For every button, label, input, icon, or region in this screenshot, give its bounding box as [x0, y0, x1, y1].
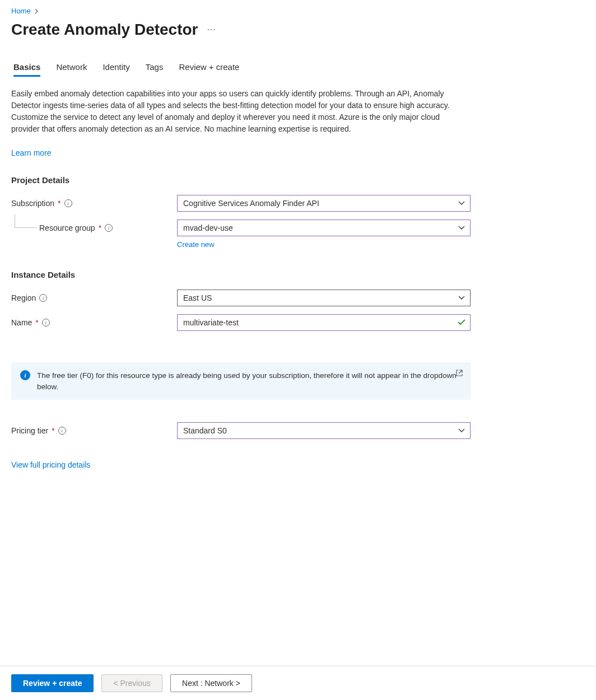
info-icon[interactable]: i — [64, 199, 72, 207]
external-link-icon[interactable] — [456, 369, 463, 378]
instance-details-header: Instance Details — [11, 270, 585, 279]
learn-more-link[interactable]: Learn more — [11, 148, 52, 157]
info-banner-text: The free tier (F0) for this resource typ… — [37, 370, 462, 392]
required-indicator: * — [52, 426, 54, 435]
footer: Review + create < Previous Next : Networ… — [0, 666, 596, 700]
info-icon[interactable]: i — [105, 224, 113, 232]
breadcrumb: Home — [11, 7, 585, 15]
required-indicator: * — [58, 199, 60, 208]
info-banner: i The free tier (F0) for this resource t… — [11, 362, 471, 400]
chevron-right-icon — [34, 8, 39, 15]
description-text: Easily embed anomaly detection capabilit… — [11, 88, 465, 135]
required-indicator: * — [99, 223, 101, 232]
pricing-tier-label: Pricing tier * i — [11, 426, 177, 435]
tab-tags[interactable]: Tags — [146, 59, 164, 77]
name-input-wrapper — [177, 314, 471, 331]
checkmark-icon — [458, 318, 465, 327]
review-create-button[interactable]: Review + create — [11, 674, 94, 692]
name-label: Name * i — [11, 318, 177, 327]
create-new-link[interactable]: Create new — [177, 240, 214, 249]
info-icon[interactable]: i — [39, 294, 47, 302]
name-input[interactable] — [183, 318, 452, 327]
region-select[interactable]: East US — [177, 290, 471, 306]
region-label: Region i — [11, 293, 177, 302]
tab-review[interactable]: Review + create — [179, 59, 239, 77]
breadcrumb-home[interactable]: Home — [11, 7, 31, 15]
tabs: Basics Network Identity Tags Review + cr… — [11, 59, 585, 77]
page-title: Create Anomaly Detector — [11, 21, 198, 39]
tab-network[interactable]: Network — [56, 59, 87, 77]
next-button[interactable]: Next : Network > — [170, 674, 252, 692]
tab-identity[interactable]: Identity — [103, 59, 129, 77]
more-actions-button[interactable]: ··· — [207, 25, 216, 35]
subscription-select[interactable]: Cognitive Services Anomaly Finder API — [177, 195, 471, 212]
pricing-details-link[interactable]: View full pricing details — [11, 460, 90, 469]
info-icon[interactable]: i — [42, 319, 50, 326]
pricing-tier-select[interactable]: Standard S0 — [177, 422, 471, 439]
required-indicator: * — [35, 318, 38, 327]
subscription-label: Subscription * i — [11, 199, 177, 208]
resource-group-select[interactable]: mvad-dev-use — [177, 220, 471, 236]
info-icon[interactable]: i — [58, 427, 66, 435]
resource-group-label: Resource group * i — [11, 223, 177, 232]
project-details-header: Project Details — [11, 175, 585, 185]
previous-button: < Previous — [101, 674, 162, 692]
tab-basics[interactable]: Basics — [13, 59, 40, 77]
info-icon: i — [20, 370, 30, 380]
